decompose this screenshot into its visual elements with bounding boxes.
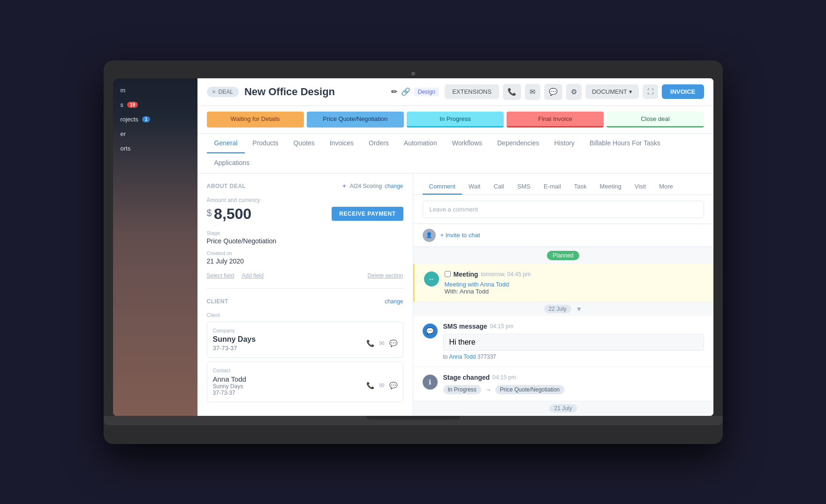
stage-change-content: Stage changed 04:15 pm In Progress → Pri… [443, 374, 704, 394]
stage-price-quote[interactable]: Price Quote/Negotiation [307, 112, 404, 128]
stage-label: Stage [207, 230, 403, 236]
company-chat-icon[interactable]: 💬 [389, 339, 397, 347]
amount-row: $ 8,500 RECEIVE PAYMENT [207, 205, 403, 223]
edit-icon[interactable]: ✏ [391, 87, 397, 96]
tab-quotes[interactable]: Quotes [286, 134, 322, 153]
extensions-button[interactable]: EXTENSIONS [445, 84, 499, 99]
tab-automation[interactable]: Automation [396, 134, 445, 153]
right-panel: Comment Wait Call SMS E-mail Task Meetin… [413, 173, 713, 416]
sidebar-label: orts [121, 145, 131, 152]
amount-label: Amount and currency [207, 197, 403, 203]
client-change-link[interactable]: change [385, 298, 403, 305]
select-field-link[interactable]: Select field [207, 272, 235, 279]
stage-arrow: In Progress → Price Quote/Negotiation [443, 385, 704, 394]
sidebar-item-m[interactable]: m [113, 83, 197, 98]
contact-company: Sunny Days [213, 383, 246, 390]
activity-tab-more[interactable]: More [652, 179, 680, 195]
activity-tab-task[interactable]: Task [568, 179, 593, 195]
invoice-button[interactable]: INVOICE [662, 84, 704, 99]
stage-close-deal[interactable]: Close deal [606, 112, 704, 128]
client-label: Client [207, 312, 403, 318]
company-label: Company [213, 328, 397, 333]
sidebar-item-orts[interactable]: orts [113, 141, 197, 156]
contact-name: Anna Todd [213, 375, 246, 383]
planned-badge: Planned [547, 251, 579, 260]
add-field-link[interactable]: Add field [242, 272, 264, 279]
created-label: Created on [207, 250, 403, 256]
meeting-with: With: Anna Todd [445, 288, 704, 295]
filter-icon[interactable]: ▼ [576, 305, 583, 313]
tab-workflows[interactable]: Workflows [445, 134, 490, 153]
tab-orders[interactable]: Orders [361, 134, 396, 153]
stage-in-progress[interactable]: In Progress [407, 112, 504, 128]
expand-button[interactable]: ⛶ [643, 84, 658, 99]
client-header: CLIENT change [207, 298, 403, 305]
contact-phone-icon[interactable]: 📞 [366, 382, 374, 389]
ai-change-link[interactable]: change [385, 183, 403, 189]
currency-symbol: $ [207, 207, 212, 218]
sidebar-badge: 19 [127, 102, 138, 108]
sms-feed-item: 💬 SMS message 04:15 pm Hi there to [413, 316, 713, 367]
email-button[interactable]: ✉ [525, 84, 540, 100]
invite-to-chat[interactable]: + Invite to chat [440, 232, 480, 239]
sms-body: Hi there [449, 338, 476, 346]
receive-payment-button[interactable]: RECEIVE PAYMENT [332, 207, 403, 221]
phone-button[interactable]: 📞 [503, 84, 521, 100]
activity-tab-visit[interactable]: Visit [628, 179, 652, 195]
meeting-time: tomorrow, 04:45 pm [481, 271, 530, 278]
tab-general[interactable]: General [207, 134, 245, 153]
chat-button[interactable]: 💬 [544, 84, 562, 100]
sidebar-item-projects[interactable]: rojects 1 [113, 112, 197, 127]
document-button[interactable]: DOCUMENT ▾ [585, 84, 639, 99]
stage-change-time: 04:15 pm [493, 374, 516, 381]
close-x-icon[interactable]: × [212, 89, 216, 95]
sidebar: m s 19 rojects 1 er orts [113, 78, 197, 416]
activity-tab-sms[interactable]: SMS [511, 179, 537, 195]
tab-invoices[interactable]: Invoices [322, 134, 361, 153]
activity-tab-comment[interactable]: Comment [423, 179, 462, 195]
date-separator-22-july: 22 July ▼ [413, 302, 713, 316]
activity-tab-call[interactable]: Call [487, 179, 510, 195]
comment-box: Leave a comment [413, 195, 713, 224]
contact-label: Contact [213, 368, 397, 373]
activity-tab-meeting[interactable]: Meeting [593, 179, 628, 195]
sidebar-item-er[interactable]: er [113, 127, 197, 141]
ai-icon: ✦ [342, 183, 347, 189]
tab-dependencies[interactable]: Dependencies [490, 134, 547, 153]
sidebar-item-s[interactable]: s 19 [113, 98, 197, 112]
content-area: ABOUT DEAL ✦ AI24 Scoring change Amount … [197, 173, 713, 416]
contact-icons: 📞 ✉ 💬 [366, 382, 397, 389]
field-actions: Select field Add field Delete section [207, 272, 403, 279]
tab-applications[interactable]: Applications [207, 153, 258, 173]
meeting-with-name: Anna Todd [460, 288, 489, 295]
tab-history[interactable]: History [547, 134, 583, 153]
deal-tag[interactable]: × DEAL [207, 87, 239, 97]
design-tag[interactable]: Design [414, 88, 439, 96]
company-email-icon[interactable]: ✉ [379, 339, 385, 347]
contact-chat-icon[interactable]: 💬 [389, 382, 397, 389]
meeting-feed-item: ↔ Meeting tomorrow, 04:45 pm Meeting wit… [413, 264, 713, 302]
company-phone: 37-73-37 [213, 345, 256, 352]
tab-billable-hours[interactable]: Billable Hours For Tasks [582, 134, 668, 153]
delete-section-link[interactable]: Delete section [367, 272, 403, 279]
company-phone-icon[interactable]: 📞 [366, 339, 374, 347]
to-stage-pill: Price Quote/Negotiation [495, 385, 564, 394]
section-divider [207, 288, 403, 289]
activity-tab-wait[interactable]: Wait [462, 179, 487, 195]
settings-button[interactable]: ⚙ [566, 84, 582, 100]
sms-time: 04:15 pm [490, 323, 514, 330]
contact-phone: 37-73-37 [213, 390, 246, 396]
stage-change-feed-item: ℹ Stage changed 04:15 pm In Progress → P… [413, 367, 713, 401]
activity-tab-email[interactable]: E-mail [537, 179, 568, 195]
meeting-checkbox[interactable] [445, 271, 451, 277]
sms-to-name[interactable]: Anna Todd [449, 354, 476, 360]
meeting-link[interactable]: Meeting with Anna Todd [445, 281, 704, 288]
sms-content: SMS message 04:15 pm Hi there to Anna To… [443, 323, 704, 360]
stage-final-invoice[interactable]: Final Invoice [507, 112, 604, 128]
stage-waiting[interactable]: Waiting for Details [207, 112, 304, 128]
comment-input[interactable]: Leave a comment [423, 201, 704, 218]
contact-email-icon[interactable]: ✉ [379, 382, 385, 389]
document-label: DOCUMENT [592, 88, 627, 95]
user-mini-avatar: 👤 [423, 229, 436, 242]
tab-products[interactable]: Products [245, 134, 286, 153]
